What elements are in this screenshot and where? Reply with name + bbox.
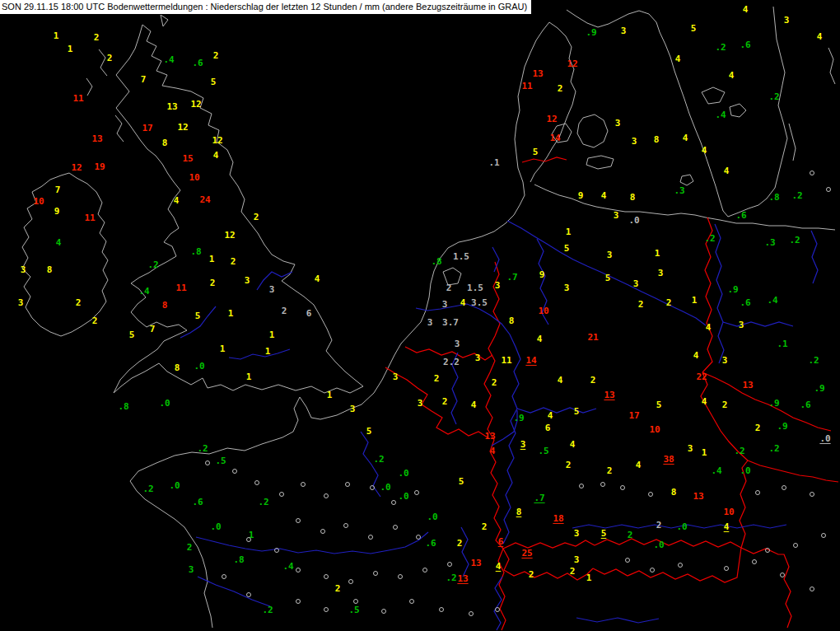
station-marker-dot (752, 559, 757, 564)
river-rhone (494, 577, 502, 630)
station-value: 13 (91, 134, 102, 143)
coastline-norway (567, 10, 660, 32)
station-value: 4 (601, 191, 607, 200)
station-value: 5 (605, 273, 611, 283)
station-value: 24 (199, 195, 210, 204)
station-value: 10 (189, 173, 199, 182)
station-value: 3 (427, 318, 433, 327)
lake-vattern (730, 104, 746, 117)
station-marker-dot (579, 484, 584, 488)
station-marker-dot (678, 563, 683, 568)
station-value: 4 (490, 446, 496, 456)
station-marker-dot (279, 492, 284, 497)
station-value: 13 (532, 69, 543, 78)
station-marker-dot (232, 469, 237, 474)
coastline-great-britain (114, 25, 363, 393)
station-value: 3 (632, 137, 637, 146)
station-value: 4 (471, 400, 477, 409)
station-value: 7 (55, 185, 61, 194)
station-value: 5 (129, 330, 135, 339)
station-value: 2 (492, 378, 497, 387)
station-value: 3 (21, 265, 26, 274)
title-bar: SON 29.11.15 18:00 UTC Bodenwettermeldun… (0, 0, 532, 15)
station-value: 3 (633, 279, 639, 288)
station-marker-dot (345, 482, 350, 487)
station-marker-dot (246, 592, 251, 597)
station-value: 11 (175, 283, 186, 292)
station-value: 8 (516, 507, 522, 516)
station-value: 3 (722, 356, 728, 365)
station-value: 3 (564, 283, 570, 292)
station-value: .2 (142, 484, 153, 493)
station-value: 4 (537, 334, 543, 344)
station-value: 3 (520, 440, 526, 449)
station-marker-dot (600, 482, 605, 487)
station-value: 21 (587, 333, 598, 342)
station-marker-dot (648, 492, 653, 497)
station-value: .9 (727, 285, 738, 294)
station-value: 3 (455, 339, 460, 348)
station-value: 4 (693, 351, 699, 360)
station-marker-dot (447, 562, 452, 567)
station-marker-dot (296, 568, 301, 573)
station-value: 18 (553, 514, 563, 523)
station-marker-dot (343, 523, 348, 528)
station-value: .6 (740, 40, 750, 49)
station-value: 3 (615, 119, 621, 128)
station-value: .1 (488, 158, 499, 167)
station-value: 8 (654, 135, 660, 144)
station-marker-dot (793, 543, 798, 548)
station-value: .9 (513, 414, 524, 423)
station-value: 3 (442, 300, 448, 309)
station-value: 8 (630, 193, 636, 202)
station-value: 5 (459, 477, 464, 486)
station-value: 2 (446, 283, 452, 292)
station-value: 3 (418, 399, 423, 408)
station-value: .0 (676, 522, 687, 531)
station-marker-dot (439, 607, 444, 612)
station-marker-dot (373, 571, 378, 576)
station-value: 3 (189, 565, 194, 574)
station-value: 1 (265, 347, 271, 356)
station-value: .2 (768, 92, 779, 101)
station-value: 4 (636, 460, 642, 470)
station-value: 12 (224, 231, 235, 240)
station-value: .2 (734, 446, 744, 456)
station-value: 1.5 (453, 252, 469, 261)
border-switzerland-south (503, 549, 593, 580)
station-value: 2 (335, 584, 341, 593)
station-value: .0 (628, 216, 639, 225)
station-value: 1 (702, 448, 707, 457)
river-warta (723, 322, 793, 326)
station-value: 2 (628, 531, 633, 540)
station-value: 3 (350, 404, 356, 414)
station-value: 5 (366, 427, 372, 436)
station-value: 10 (538, 306, 548, 316)
station-value: 4 (213, 151, 219, 160)
station-value: .6 (425, 539, 436, 548)
station-marker-dot (780, 573, 785, 577)
station-value: 2 (434, 374, 440, 383)
border-denmark-germany (522, 157, 567, 162)
station-marker-dot (416, 535, 421, 540)
station-value: 5 (533, 147, 539, 157)
station-marker-dot (381, 609, 386, 614)
river-main (517, 408, 596, 413)
station-value: .0 (740, 466, 750, 475)
station-value: 8 (47, 265, 53, 274)
station-value: .0 (398, 492, 408, 501)
station-value: .7 (506, 273, 517, 282)
station-value: 5 (601, 529, 607, 538)
station-value: 11 (72, 94, 83, 103)
station-value: 3 (621, 26, 627, 35)
station-value: 2 (213, 51, 219, 60)
station-value: .4 (715, 110, 726, 119)
station-value: 4 (724, 166, 730, 175)
station-value: .0 (819, 434, 830, 443)
border-germany-austria (595, 460, 748, 548)
station-value: .3 (764, 238, 775, 247)
station-value: 3.7 (442, 318, 459, 327)
station-value: 13 (742, 381, 753, 390)
station-value: 12 (71, 163, 82, 172)
station-value: 3 (393, 372, 399, 381)
